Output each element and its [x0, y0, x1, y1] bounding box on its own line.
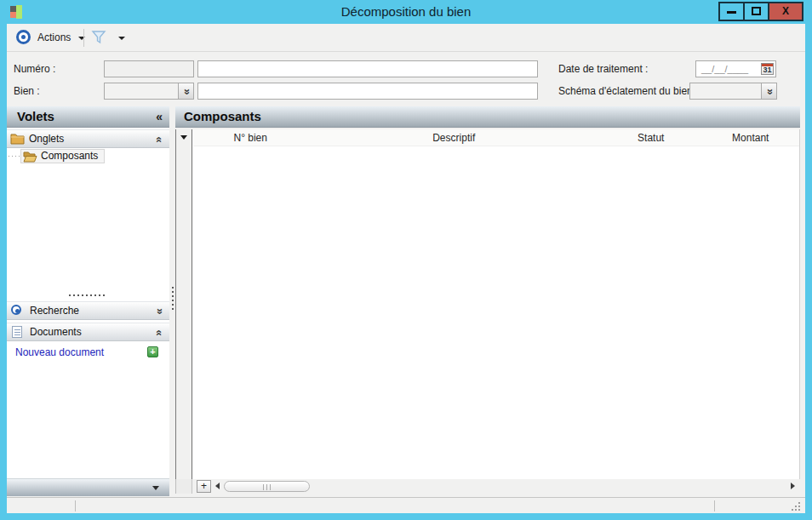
column-header-descriptif[interactable]: Descriptif — [307, 129, 600, 146]
numero-label: Numéro : — [14, 60, 55, 77]
main-panel: Composants N° bien Descriptif Statut Mon… — [175, 106, 800, 496]
group-header-onglets[interactable]: Onglets « — [7, 129, 169, 148]
actions-label: Actions — [37, 31, 71, 43]
splitter-handle-vertical[interactable] — [172, 287, 174, 312]
scroll-left-arrow[interactable] — [215, 483, 220, 489]
document-icon — [12, 326, 22, 338]
bien-combo[interactable]: « — [104, 83, 194, 100]
group-label-documents: Documents — [30, 323, 82, 341]
main-panel-title: Composants — [184, 109, 261, 123]
window-content: Actions Numéro : Bien : « Date de traite… — [7, 24, 805, 513]
bien-label: Bien : — [14, 83, 40, 100]
horizontal-scrollbar: + — [175, 479, 800, 494]
toolbar-separator — [83, 29, 84, 47]
add-row-button[interactable]: + — [197, 480, 211, 493]
chevron-double-down-icon: « — [178, 89, 193, 94]
date-traitement-input[interactable]: __/__/____ 31 — [695, 60, 776, 77]
scrollbar-thumb[interactable] — [224, 481, 310, 492]
minimize-icon — [727, 11, 736, 14]
maximize-button[interactable] — [745, 3, 768, 20]
scroll-right-arrow[interactable] — [791, 483, 795, 489]
minimize-button[interactable] — [720, 3, 743, 20]
sidebar-footer — [7, 478, 169, 496]
resize-grip-icon[interactable] — [792, 501, 801, 511]
sidebar-header: Volets « — [7, 106, 169, 128]
column-header-nbien[interactable]: N° bien — [193, 129, 307, 146]
group-header-recherche[interactable]: Recherche « — [7, 301, 169, 320]
numero-description-input[interactable] — [197, 60, 538, 77]
overflow-down-icon[interactable] — [152, 486, 159, 490]
calendar-icon[interactable]: 31 — [761, 63, 774, 75]
chevron-double-down-icon[interactable]: « — [151, 308, 166, 314]
toolbar: Actions — [7, 24, 805, 52]
bien-description-input[interactable] — [197, 83, 538, 100]
sidebar-title: Volets — [17, 109, 54, 123]
date-mask: __/__/____ — [701, 64, 748, 74]
row-indicator-column — [176, 129, 192, 479]
sidebar-volets: Volets « Onglets « Composants — [7, 106, 169, 496]
schema-combo-button[interactable]: « — [761, 83, 776, 99]
actions-target-icon — [16, 30, 31, 44]
schema-combo[interactable]: « — [689, 83, 777, 100]
tree-item-composants[interactable]: Composants — [7, 149, 169, 163]
column-header-statut[interactable]: Statut — [600, 129, 702, 146]
scrollbar-corner-cell — [176, 479, 192, 494]
window-controls: X — [718, 2, 803, 21]
main-panel-header: Composants — [175, 106, 800, 128]
grid-header-row: N° bien Descriptif Statut Montant — [193, 129, 799, 146]
actions-menu-button[interactable]: Actions — [37, 24, 85, 52]
chevron-double-down-icon: « — [761, 89, 776, 94]
chevron-double-up-icon[interactable]: « — [151, 136, 166, 142]
window-title: Décomposition du bien — [0, 0, 812, 24]
column-header-montant[interactable]: Montant — [701, 129, 799, 146]
filter-caret-button[interactable] — [118, 37, 125, 40]
title-bar: Décomposition du bien X — [0, 0, 812, 24]
numero-code-input[interactable] — [104, 60, 194, 77]
status-divider — [714, 500, 715, 511]
folder-closed-icon — [10, 133, 25, 145]
panel-collapse-icon[interactable]: « — [156, 106, 163, 127]
new-document-link[interactable]: Nouveau document — [15, 345, 104, 360]
bien-combo-button[interactable]: « — [178, 83, 193, 99]
composants-grid[interactable]: N° bien Descriptif Statut Montant — [175, 129, 800, 479]
filter-icon[interactable] — [91, 30, 106, 45]
app-window: Décomposition du bien X Actions — [0, 0, 812, 520]
group-header-documents[interactable]: Documents « — [7, 323, 169, 341]
close-button[interactable]: X — [769, 3, 802, 20]
grid-indicator-icon — [180, 135, 187, 140]
search-target-icon — [11, 305, 21, 315]
add-plus-icon[interactable]: + — [147, 346, 158, 357]
schema-eclatement-label: Schéma d'éclatement du bien : — [558, 83, 698, 100]
chevron-double-up-icon[interactable]: « — [151, 329, 166, 335]
maximize-icon — [752, 7, 761, 15]
status-bar — [7, 497, 805, 513]
splitter-handle-horizontal[interactable] — [69, 294, 106, 296]
scrollbar-grip-icon — [263, 484, 271, 490]
group-label-recherche: Recherche — [30, 302, 79, 320]
folder-open-icon — [23, 151, 37, 163]
tree-item-label: Composants — [41, 149, 98, 163]
date-traitement-label: Date de traitement : — [558, 60, 648, 77]
new-document-row: Nouveau document + — [7, 345, 169, 360]
status-divider — [75, 500, 76, 511]
group-label-onglets: Onglets — [29, 130, 64, 148]
